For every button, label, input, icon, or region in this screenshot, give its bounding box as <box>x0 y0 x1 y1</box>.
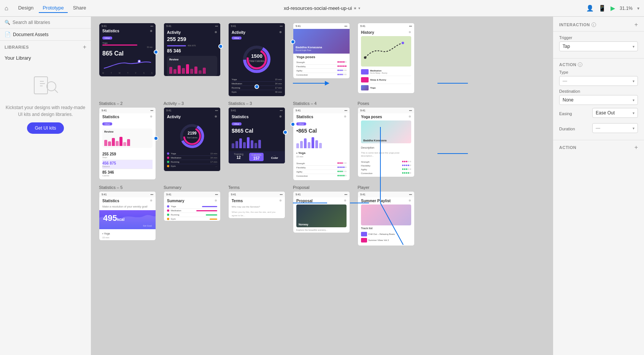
get-ui-kits-button[interactable]: Get UI kits <box>27 122 64 134</box>
canvas-inner: 9:41 ▪▪▪ Statistics ⊕ Hikar <box>91 17 553 355</box>
connection-dot-yoga1[interactable] <box>291 40 295 44</box>
search-bar: 🔍 <box>0 17 91 29</box>
connection-dot-stat2[interactable] <box>154 136 158 141</box>
svg-point-24 <box>184 128 200 144</box>
action-2-label: ACTION <box>559 145 576 150</box>
search-icon: 🔍 <box>5 20 10 25</box>
type-label: Type <box>559 70 638 74</box>
artboard-statistics-2[interactable]: 9:41 ▪▪▪ Statistics ⊕ Hikar Review <box>99 107 156 180</box>
artboard-history[interactable]: 9:41 ▪▪▪ History ⊕ <box>358 23 415 94</box>
zoom-chevron[interactable]: ▾ <box>637 6 639 11</box>
action-section-title: ACTION i <box>559 62 638 67</box>
label-proposal: Proposal <box>293 185 350 190</box>
document-assets[interactable]: 📄 Document Assets <box>0 29 91 41</box>
duration-dropdown[interactable]: — ▾ <box>592 123 638 133</box>
trigger-label: Trigger <box>559 35 638 40</box>
connection-dot-act1[interactable] <box>218 44 223 49</box>
device-icon[interactable]: 📱 <box>598 5 606 12</box>
label-player: Player <box>358 185 415 190</box>
library-placeholder-icon <box>30 73 61 100</box>
statistics-badge: Hikar <box>102 36 112 40</box>
home-icon[interactable]: ⌂ <box>5 5 8 12</box>
right-panel: INTERACTION i + Trigger Tap ▾ ACTION i T… <box>553 17 644 355</box>
easing-label: Easing <box>559 111 572 116</box>
right-panel-header: INTERACTION i + <box>553 17 644 32</box>
top-bar-right: 👤 📱 ▶ 31.1% ▾ <box>586 5 639 12</box>
svg-point-14 <box>138 60 140 62</box>
action-info-icon[interactable]: i <box>578 62 582 67</box>
add-library-button[interactable]: + <box>83 44 86 51</box>
svg-point-21 <box>402 42 404 44</box>
artboard-statistics-5[interactable]: 9:41 ▪▪▪ Statistics ⊕ Make a resolution … <box>99 191 156 241</box>
label-stats-4: Statistics – 4 <box>293 101 350 106</box>
destination-dropdown[interactable]: None ▾ <box>559 95 638 105</box>
artboard-activity-3[interactable]: 9:41 ▪▪▪ Activity ⊕ <box>164 107 221 171</box>
add-action-button[interactable]: + <box>634 144 638 151</box>
left-panel: 🔍 📄 Document Assets LIBRARIES + Your Lib… <box>0 17 91 355</box>
artboard-poses-2[interactable]: 9:41 ▪▪▪ Yoga poses ⊕ Baddha Konasana <box>358 107 415 177</box>
file-title: xd-resources-social-meet-up-ui ★ ▾ <box>284 5 360 11</box>
libraries-section: LIBRARIES + Your Library <box>0 41 91 65</box>
action-section-2: ACTION + <box>553 140 644 155</box>
your-library-item[interactable]: Your Library <box>5 54 86 62</box>
add-interaction-button[interactable]: + <box>634 21 638 28</box>
doc-assets-icon: 📄 <box>5 32 11 37</box>
interaction-label: INTERACTION i <box>559 22 596 27</box>
canvas-area[interactable]: 9:41 ▪▪▪ Statistics ⊕ Hikar <box>91 17 553 355</box>
svg-text:2199: 2199 <box>188 131 197 136</box>
artboard-player[interactable]: 9:41 ▪▪▪ Summer Playlist ⊕ Track list <box>358 191 415 246</box>
zoom-level[interactable]: 31.1% <box>620 6 633 11</box>
tab-prototype[interactable]: Prototype <box>39 3 68 13</box>
svg-rect-0 <box>34 77 48 94</box>
svg-text:Total Calories: Total Calories <box>187 137 198 139</box>
label-terms: Terms <box>228 185 285 190</box>
svg-text:1500: 1500 <box>251 53 262 59</box>
svg-line-2 <box>54 89 58 93</box>
tab-design[interactable]: Design <box>14 3 37 13</box>
artboard-terms[interactable]: 9:41 ▪▪▪ Terms ⊕ Who may use the Service… <box>228 191 285 219</box>
search-input[interactable] <box>13 20 86 25</box>
nav-tabs: Design Prototype Share <box>14 3 90 13</box>
svg-point-20 <box>364 56 367 59</box>
trigger-section: Trigger Tap ▾ <box>553 32 644 59</box>
action-section-1: ACTION i Type — ▾ Destination None ▾ Eas… <box>553 59 644 140</box>
label-stats-5: Statistics – 5 <box>99 185 156 190</box>
connection-dot-stat3[interactable] <box>283 130 288 135</box>
connection-dot-act2[interactable] <box>254 84 259 89</box>
label-stats-2: Statistics – 2 <box>99 101 156 106</box>
easing-dropdown[interactable]: Ease Out ▾ <box>592 108 638 118</box>
artboard-yoga-poses-1[interactable]: 9:41 ▪▪▪ Baddha Konasana Bound Angle Pos… <box>293 23 350 79</box>
svg-text:Total Calories: Total Calories <box>249 60 265 62</box>
duration-label: Duration <box>559 127 575 131</box>
destination-label: Destination <box>559 89 638 94</box>
libraries-header: LIBRARIES + <box>5 44 86 51</box>
libraries-label: LIBRARIES <box>5 45 29 49</box>
connection-dot-stat4[interactable] <box>291 122 295 127</box>
main-layout: 🔍 📄 Document Assets LIBRARIES + Your Lib… <box>0 17 644 355</box>
artboard-activity-1[interactable]: 9:41 ▪▪▪ Activity ⊕ 255 259 456 875 <box>164 23 221 76</box>
library-placeholder: Kickstart your designs with ready-made U… <box>0 65 91 141</box>
label-stats-3: Statistics – 3 <box>228 101 285 106</box>
label-poses: Poses <box>358 101 415 106</box>
trigger-dropdown[interactable]: Tap ▾ <box>559 41 638 51</box>
label-activity-3: Activity – 3 <box>164 101 221 106</box>
label-summary: Summary <box>164 185 221 190</box>
connection-dot-stat1[interactable] <box>154 50 158 54</box>
artboard-activity-2[interactable]: 9:41 ▪▪▪ Activity ⊕ Hikar <box>228 23 285 97</box>
user-icon[interactable]: 👤 <box>586 5 594 12</box>
artboard-statistics-4[interactable]: 9:41 ▪▪▪ Statistics ⊕ Hikar •865 Cal <box>293 107 350 181</box>
library-placeholder-text: Kickstart your designs with ready-made U… <box>5 104 86 118</box>
interaction-info-icon[interactable]: i <box>592 22 596 27</box>
play-icon[interactable]: ▶ <box>611 5 615 12</box>
artboard-statistics-1[interactable]: 9:41 ▪▪▪ Statistics ⊕ Hikar <box>99 23 156 77</box>
artboard-proposal[interactable]: 9:41 ▪▪▪ Proposal ⊕ Norway Explo <box>293 191 350 233</box>
type-dropdown[interactable]: — ▾ <box>559 76 638 86</box>
artboard-summary[interactable]: 9:41 ▪▪▪ Summary ⊕ Yoga <box>164 191 221 221</box>
top-bar: ⌂ Design Prototype Share xd-resources-so… <box>0 0 644 17</box>
tab-share[interactable]: Share <box>69 3 90 13</box>
artboard-statistics-3[interactable]: 9:41 ▪▪▪ Statistics ⊕ Hikar $865 Cal <box>228 107 285 164</box>
